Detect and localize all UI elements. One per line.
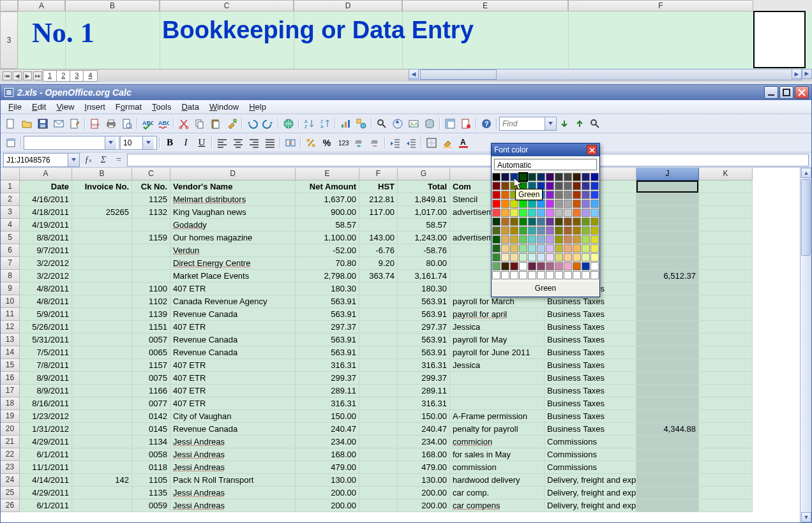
color-swatch-126[interactable] bbox=[546, 262, 554, 270]
cell-F6[interactable]: -6.76 bbox=[359, 244, 398, 257]
cell-C11[interactable]: 1139 bbox=[132, 308, 170, 321]
record-changes-button[interactable] bbox=[458, 116, 474, 131]
bg-hscroll-right[interactable]: ▶ bbox=[792, 69, 802, 79]
cell-B5[interactable] bbox=[72, 232, 132, 244]
cell-C10[interactable]: 1102 bbox=[132, 295, 170, 308]
cell-J22[interactable] bbox=[636, 448, 699, 461]
cell-C16[interactable]: 0075 bbox=[132, 372, 170, 385]
row-header-17[interactable]: 17 bbox=[1, 385, 20, 397]
color-swatch-40[interactable] bbox=[528, 200, 536, 208]
color-swatch-43[interactable] bbox=[555, 200, 563, 208]
col-header-J[interactable]: J bbox=[636, 168, 699, 180]
cell-G1[interactable]: Total bbox=[398, 180, 450, 193]
color-swatch-35[interactable] bbox=[590, 191, 599, 199]
cell-A20[interactable]: 1/31/2012 bbox=[20, 423, 72, 436]
help-button[interactable]: ? bbox=[479, 116, 494, 131]
cell-F7[interactable]: 9.20 bbox=[359, 257, 398, 270]
col-header-G[interactable]: G bbox=[398, 168, 450, 180]
cell-E17[interactable]: 289.11 bbox=[296, 385, 359, 397]
cell-H24[interactable]: hardwood delivery bbox=[450, 474, 545, 487]
cell-D19[interactable]: City of Vaughan bbox=[170, 410, 296, 423]
menu-view[interactable]: View bbox=[51, 101, 79, 113]
find-combo[interactable] bbox=[499, 117, 557, 131]
cell-J11[interactable] bbox=[636, 308, 699, 321]
export-pdf-button[interactable]: PDF bbox=[87, 116, 103, 131]
color-swatch-70[interactable] bbox=[582, 217, 590, 226]
color-swatch-31[interactable] bbox=[555, 191, 563, 199]
print-preview-button[interactable] bbox=[119, 116, 135, 131]
vscroll-down-arrow[interactable]: ▼ bbox=[801, 512, 811, 522]
cell-E24[interactable]: 130.00 bbox=[296, 474, 359, 487]
color-swatch-74[interactable] bbox=[510, 226, 518, 235]
cell-D2[interactable]: Melmart distributors bbox=[170, 193, 296, 206]
automatic-color-button[interactable]: Automatic bbox=[494, 159, 597, 170]
cell-B26[interactable] bbox=[72, 499, 132, 512]
cell-A13[interactable]: 5/31/2011 bbox=[20, 334, 72, 346]
color-swatch-65[interactable] bbox=[537, 217, 545, 226]
col-header-E[interactable]: E bbox=[296, 168, 359, 180]
cell-I10[interactable]: Business Taxes bbox=[545, 295, 636, 308]
cell-E9[interactable]: 180.30 bbox=[296, 283, 359, 295]
font-name-input[interactable] bbox=[24, 136, 105, 149]
cell-D6[interactable]: Verdun bbox=[170, 244, 296, 257]
cell-F3[interactable]: 117.00 bbox=[359, 206, 398, 219]
row-header-18[interactable]: 18 bbox=[1, 397, 20, 410]
cell-H11[interactable]: payroll for april bbox=[450, 308, 545, 321]
cell-K26[interactable] bbox=[699, 499, 753, 512]
color-swatch-104[interactable] bbox=[564, 244, 572, 253]
cell-K15[interactable] bbox=[699, 359, 753, 372]
cell-D1[interactable]: Vendor's Name bbox=[170, 180, 296, 193]
cell-E25[interactable]: 200.00 bbox=[296, 487, 359, 499]
cell-I17[interactable]: Business Taxes bbox=[545, 385, 636, 397]
cell-B17[interactable] bbox=[72, 385, 132, 397]
cell-F8[interactable]: 363.74 bbox=[359, 270, 398, 283]
bg-tab-1[interactable]: 1 bbox=[43, 70, 57, 82]
color-swatch-67[interactable] bbox=[555, 217, 563, 226]
color-swatch-84[interactable] bbox=[492, 235, 500, 244]
cell-F17[interactable] bbox=[359, 385, 398, 397]
color-swatch-23[interactable] bbox=[590, 182, 599, 190]
cell-J1[interactable] bbox=[636, 180, 699, 193]
cell-H16[interactable] bbox=[450, 372, 545, 385]
color-swatch-57[interactable] bbox=[573, 209, 581, 217]
cell-E1[interactable]: Net Amount bbox=[296, 180, 359, 193]
sort-desc-button[interactable]: ZA bbox=[317, 116, 333, 131]
bg-hscrollbar[interactable]: ◀ ▶ bbox=[409, 69, 802, 80]
cell-A7[interactable]: 3/2/2012 bbox=[20, 257, 72, 270]
bg-corner[interactable] bbox=[0, 0, 18, 11]
cell-G26[interactable]: 200.00 bbox=[398, 499, 450, 512]
color-swatch-143[interactable] bbox=[590, 271, 599, 279]
cell-E15[interactable]: 316.31 bbox=[296, 359, 359, 372]
background-color-button[interactable] bbox=[440, 135, 455, 151]
color-swatch-49[interactable] bbox=[501, 209, 509, 217]
cell-B25[interactable] bbox=[72, 487, 132, 499]
row-header-10[interactable]: 10 bbox=[1, 295, 20, 308]
color-swatch-118[interactable] bbox=[582, 253, 590, 262]
cell-F10[interactable] bbox=[359, 295, 398, 308]
color-swatch-138[interactable] bbox=[546, 271, 554, 279]
formula-input[interactable] bbox=[127, 154, 809, 166]
color-swatch-127[interactable] bbox=[555, 262, 563, 270]
cell-B19[interactable] bbox=[72, 410, 132, 423]
cell-C19[interactable]: 0142 bbox=[132, 410, 170, 423]
cell-B4[interactable] bbox=[72, 219, 132, 232]
cell-K12[interactable] bbox=[699, 321, 753, 334]
font-size-combo[interactable] bbox=[120, 136, 157, 150]
font-size-arrow[interactable] bbox=[142, 136, 154, 149]
cell-J25[interactable] bbox=[636, 487, 699, 499]
cell-E5[interactable]: 1,100.00 bbox=[296, 232, 359, 244]
cell-E18[interactable]: 316.31 bbox=[296, 397, 359, 410]
cell-J2[interactable] bbox=[636, 193, 699, 206]
cell-B6[interactable] bbox=[72, 244, 132, 257]
delete-decimal-button[interactable]: .00 bbox=[367, 135, 382, 151]
row-header-13[interactable]: 13 bbox=[1, 334, 20, 346]
cell-A14[interactable]: 7/5/2011 bbox=[20, 346, 72, 359]
color-swatch-108[interactable] bbox=[492, 253, 500, 262]
color-swatch-63[interactable] bbox=[519, 217, 527, 226]
cell-B24[interactable]: 142 bbox=[72, 474, 132, 487]
cell-J17[interactable] bbox=[636, 385, 699, 397]
cell-J20[interactable]: 4,344.88 bbox=[636, 423, 699, 436]
cell-B15[interactable] bbox=[72, 359, 132, 372]
color-swatch-100[interactable] bbox=[528, 244, 536, 253]
edit-doc-button[interactable] bbox=[67, 116, 82, 131]
